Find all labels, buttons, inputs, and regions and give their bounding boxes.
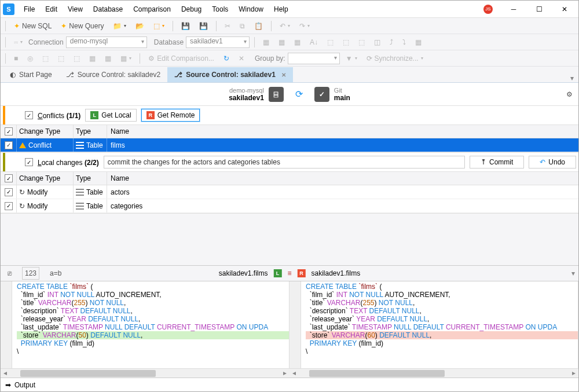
table-icon [76, 203, 84, 210]
menu-database[interactable]: Database [89, 3, 127, 16]
local-count: (2/2) [85, 159, 99, 167]
database-dropdown[interactable]: sakiladev1 [186, 36, 250, 48]
row-checkbox[interactable]: ✓ [5, 202, 13, 210]
diff-pane-right[interactable]: CREATE TABLE `films` ( `film_id` INT NOT… [290, 281, 578, 368]
tb3-b5: ▦ [101, 52, 115, 65]
tb3-b2: ⬚ [54, 52, 68, 65]
row-checkbox[interactable]: ✓ [5, 141, 13, 149]
commit-message-input[interactable] [104, 156, 465, 168]
conflicts-stripe [3, 106, 5, 124]
diff-list-icon[interactable]: ≡ [287, 269, 291, 277]
column-name[interactable]: Name [107, 172, 578, 185]
output-panel-button[interactable]: ➡ Output [1, 378, 578, 391]
new-sql-button[interactable]: ✦New SQL [10, 20, 55, 32]
tb2-btn10: ⤵ [399, 36, 409, 49]
connection-dropdown[interactable]: demo-mysql [66, 36, 147, 48]
local-header-checkbox[interactable]: ✓ [5, 174, 13, 182]
user-badge-icon[interactable]: JS [483, 5, 493, 14]
close-button[interactable]: ✕ [553, 1, 576, 17]
database-icon: ⌸ [269, 87, 284, 102]
tab-sc-sakiladev1[interactable]: ⎇Source Control: sakiladev1✕ [167, 67, 293, 82]
refresh-button[interactable]: ↻ [220, 52, 233, 65]
menu-comparison[interactable]: Comparison [129, 3, 175, 16]
groupby-dropdown[interactable] [288, 53, 340, 64]
connection-label: Connection [28, 38, 64, 46]
tb3-b1: ⬚ [39, 52, 52, 65]
get-remote-button[interactable]: RGet Remote [141, 109, 200, 122]
toolbar-connection: ⎓▾ Connection demo-mysql Database sakila… [1, 34, 578, 50]
menu-window[interactable]: Window [234, 3, 268, 16]
menu-tools[interactable]: Tools [207, 3, 233, 16]
diff-pane-container: CREATE TABLE `films` ( `film_id` INT NOT… [1, 281, 578, 368]
column-name[interactable]: Name [107, 125, 578, 138]
local-row[interactable]: ✓ ↻Modify Table actors [1, 185, 578, 199]
copy-button: ⧉ [236, 20, 248, 32]
conflicts-header-checkbox[interactable]: ✓ [5, 127, 13, 135]
add-button[interactable]: ⬚▾ [150, 20, 168, 32]
tb3-b6: ▦▾ [117, 52, 135, 65]
commit-button[interactable]: ⤒Commit [470, 156, 524, 168]
sc-conn-name: demo-mysql [229, 87, 264, 94]
diff-right-name: sakiladev1.films [312, 269, 361, 277]
menu-edit[interactable]: Edit [41, 3, 62, 16]
scrollbar-right[interactable]: ◂▸ [290, 368, 578, 378]
tab-start-page[interactable]: ◐Start Page [3, 67, 59, 82]
tb2-btn7: ⬚ [355, 36, 368, 49]
gear-icon[interactable]: ⚙ [566, 90, 573, 98]
column-type[interactable]: Type [74, 172, 107, 185]
menu-view[interactable]: View [63, 3, 87, 16]
save-all-button[interactable]: 💾 [196, 20, 211, 32]
titlebar: S File Edit View Database Comparison Deb… [1, 1, 578, 18]
paste-button: 📋 [251, 20, 266, 32]
diff-dropdown[interactable]: ▾ [571, 269, 575, 277]
cancel-x-button: ✕ [235, 52, 248, 65]
database-label: Database [154, 38, 184, 46]
modify-icon: ↻ [19, 188, 25, 196]
conflicts-checkbox[interactable]: ✓ [25, 111, 33, 119]
scrollbar-left[interactable]: ◂▸ [1, 368, 290, 378]
open-button[interactable]: 📁▾ [109, 20, 130, 32]
menu-file[interactable]: File [19, 3, 39, 16]
menubar: File Edit View Database Comparison Debug… [19, 3, 293, 16]
menu-debug[interactable]: Debug [177, 3, 206, 16]
connection-icon: ⎓▾ [10, 36, 26, 49]
undo-button: ↶▾ [276, 20, 294, 32]
folder-button[interactable]: 📂 [132, 20, 148, 32]
diff-left-name: sakiladev1.films [219, 269, 268, 277]
tb2-btn9: ⤴ [386, 36, 397, 49]
column-change-type[interactable]: Change Type [17, 172, 74, 185]
column-type[interactable]: Type [74, 125, 107, 138]
column-change-type[interactable]: Change Type [17, 125, 74, 138]
diff-mode-button[interactable]: ⎚ [4, 267, 15, 280]
diff-pane-left[interactable]: CREATE TABLE `films` ( `film_id` INT NOT… [1, 281, 290, 368]
local-checkbox[interactable]: ✓ [25, 158, 33, 166]
conflict-row[interactable]: ✓ Conflict Table films [1, 138, 578, 152]
menu-help[interactable]: Help [269, 3, 293, 16]
tb2-btn1: ▦ [259, 36, 273, 49]
sync-icon[interactable]: ⟳ [295, 89, 303, 100]
local-changes-section: ✓ Local changes (2/2) ⤒Commit ↶Undo ✓ Ch… [1, 153, 578, 214]
local-row[interactable]: ✓ ↻Modify Table categories [1, 199, 578, 213]
diff-ab-button[interactable]: a=b [46, 267, 65, 280]
get-local-button[interactable]: LGet Local [85, 109, 136, 122]
conflicts-grid-header: ✓ Change Type Type Name [1, 124, 578, 138]
row-checkbox[interactable]: ✓ [5, 188, 13, 196]
tab-sc-sakiladev2[interactable]: ⎇Source Control: sakiladev2 [59, 67, 167, 82]
tab-close-icon[interactable]: ✕ [281, 72, 286, 78]
conflicts-section: ✓ Conflicts (1/1) LGet Local RGet Remote… [1, 106, 578, 153]
tabs-dropdown[interactable]: ▾ [566, 74, 578, 82]
local-stripe [3, 153, 5, 171]
minimize-button[interactable]: ─ [502, 1, 525, 17]
save-button: 💾 [178, 20, 193, 32]
table-icon [76, 142, 84, 149]
tb2-btn2: ▦ [275, 36, 288, 49]
diff-123-button[interactable]: 123 [22, 267, 39, 280]
tb3-b4: ▦ [86, 52, 99, 65]
git-check-icon: ✓ [314, 87, 329, 102]
maximize-button[interactable]: ☐ [527, 1, 551, 17]
toolbar-comparison: ■ ◎ ⬚ ⬚ ⬚ ▦ ▦ ▦▾ ⚙ Edit Comparison... ↻ … [1, 50, 578, 67]
diff-toolbar: ⎚ 123 a=b sakiladev1.films L ≡ R sakilad… [1, 265, 578, 281]
undo-commit-button[interactable]: ↶Undo [529, 156, 576, 168]
new-query-button[interactable]: ✦New Query [57, 20, 107, 32]
cut-button: ✂ [221, 20, 234, 32]
